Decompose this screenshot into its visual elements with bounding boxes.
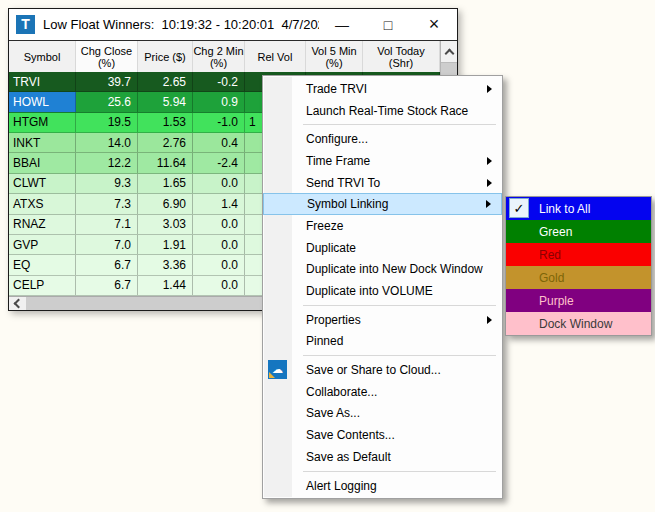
cell-symbol[interactable]: BBAI [9, 153, 76, 172]
close-button[interactable]: × [411, 10, 457, 40]
cell-chg-close[interactable]: 6.7 [76, 255, 138, 274]
cell-price[interactable]: 1.44 [138, 276, 193, 295]
col-header-price[interactable]: Price ($) [138, 41, 193, 72]
submenu-arrow-icon [487, 157, 492, 165]
cell-price[interactable]: 1.53 [138, 113, 193, 132]
cell-chg-close[interactable]: 6.7 [76, 276, 138, 295]
submenu-item-dock-window[interactable]: Dock Window [506, 312, 651, 335]
menu-item-duplicate-volume[interactable]: Duplicate into VOLUME [263, 280, 502, 302]
symbol-linking-submenu: ✓ Link to All Green Red Gold Purple Dock… [505, 196, 652, 336]
cell-chg-2min[interactable]: 0.0 [193, 276, 245, 295]
cell-price[interactable]: 1.65 [138, 174, 193, 193]
context-menu: Trade TRVI Launch Real-Time Stock Race C… [262, 75, 503, 499]
menu-item-alert-logging[interactable]: Alert Logging [263, 475, 502, 497]
app-logo-icon: T [16, 15, 35, 34]
menu-item-save-as-default[interactable]: Save as Default [263, 446, 502, 468]
cell-chg-2min[interactable]: 0.4 [193, 133, 245, 152]
submenu-arrow-icon [487, 316, 492, 324]
cell-chg-close[interactable]: 9.3 [76, 174, 138, 193]
chevron-up-icon [444, 48, 454, 58]
scroll-up-button[interactable] [441, 41, 457, 63]
menu-item-send-trvi-to[interactable]: Send TRVI To [263, 172, 502, 194]
submenu-arrow-icon [487, 85, 492, 93]
col-header-chg-2min[interactable]: Chg 2 Min(%) [193, 41, 245, 72]
menu-separator [303, 355, 496, 356]
cell-chg-close[interactable]: 14.0 [76, 133, 138, 152]
cell-chg-close[interactable]: 7.3 [76, 194, 138, 213]
cell-chg-2min[interactable]: -2.4 [193, 153, 245, 172]
cell-symbol[interactable]: HTGM [9, 113, 76, 132]
window-controls: — □ × [319, 10, 457, 40]
col-header-chg-close[interactable]: Chg Close(%) [76, 41, 138, 72]
menu-item-duplicate-new-dock[interactable]: Duplicate into New Dock Window [263, 259, 502, 281]
cell-chg-close[interactable]: 39.7 [76, 72, 138, 91]
cell-chg-close[interactable]: 25.6 [76, 92, 138, 111]
col-header-vol-today[interactable]: Vol Today(Shr) [363, 41, 440, 72]
cell-symbol[interactable]: INKT [9, 133, 76, 152]
menu-item-duplicate[interactable]: Duplicate [263, 237, 502, 259]
cell-chg-2min[interactable]: -1.0 [193, 113, 245, 132]
col-header-rel-vol[interactable]: Rel Vol [245, 41, 306, 72]
table-header: Symbol Chg Close(%) Price ($) Chg 2 Min(… [9, 41, 440, 72]
cell-price[interactable]: 1.91 [138, 235, 193, 254]
cloud-icon: ☁ [268, 360, 287, 379]
cell-chg-2min[interactable]: 0.0 [193, 174, 245, 193]
cell-symbol[interactable]: HOWL [9, 92, 76, 111]
cell-price[interactable]: 6.90 [138, 194, 193, 213]
cell-price[interactable]: 2.65 [138, 72, 193, 91]
cell-chg-2min[interactable]: 0.0 [193, 215, 245, 234]
cell-chg-close[interactable]: 19.5 [76, 113, 138, 132]
menu-item-trade-trvi[interactable]: Trade TRVI [263, 78, 502, 100]
chevron-left-icon [14, 299, 24, 309]
menu-separator [303, 124, 496, 125]
cell-price[interactable]: 11.64 [138, 153, 193, 172]
cell-price[interactable]: 3.36 [138, 255, 193, 274]
cell-symbol[interactable]: EQ [9, 255, 76, 274]
submenu-item-green[interactable]: Green [506, 220, 651, 243]
menu-item-time-frame[interactable]: Time Frame [263, 150, 502, 172]
cell-symbol[interactable]: TRVI [9, 72, 76, 91]
submenu-item-red[interactable]: Red [506, 243, 651, 266]
menu-item-freeze[interactable]: Freeze [263, 215, 502, 237]
cell-chg-2min[interactable]: -0.2 [193, 72, 245, 91]
maximize-button[interactable]: □ [365, 10, 411, 40]
cell-symbol[interactable]: RNAZ [9, 215, 76, 234]
menu-item-collaborate[interactable]: Collaborate... [263, 381, 502, 403]
cell-symbol[interactable]: CELP [9, 276, 76, 295]
minimize-button[interactable]: — [319, 10, 365, 40]
menu-item-launch-stock-race[interactable]: Launch Real-Time Stock Race [263, 100, 502, 122]
cell-chg-close[interactable]: 7.1 [76, 215, 138, 234]
menu-item-symbol-linking[interactable]: Symbol Linking [263, 193, 502, 215]
menu-item-save-share-cloud[interactable]: ☁ Save or Share to Cloud... [263, 359, 502, 381]
cell-chg-2min[interactable]: 0.0 [193, 255, 245, 274]
submenu-item-link-to-all[interactable]: ✓ Link to All [506, 197, 651, 220]
menu-item-save-contents[interactable]: Save Contents... [263, 424, 502, 446]
menu-separator [303, 471, 496, 472]
menu-item-properties[interactable]: Properties [263, 309, 502, 331]
cell-chg-2min[interactable]: 1.4 [193, 194, 245, 213]
col-header-symbol[interactable]: Symbol [9, 41, 76, 72]
window-title: Low Float Winners: 10:19:32 - 10:20:01 4… [43, 17, 319, 32]
scroll-left-button[interactable] [9, 297, 26, 310]
cell-symbol[interactable]: CLWT [9, 174, 76, 193]
cell-price[interactable]: 3.03 [138, 215, 193, 234]
cell-price[interactable]: 5.94 [138, 92, 193, 111]
col-header-vol-5min[interactable]: Vol 5 Min(%) [306, 41, 363, 72]
menu-item-pinned[interactable]: Pinned [263, 331, 502, 353]
cell-chg-2min[interactable]: 0.9 [193, 92, 245, 111]
title-bar[interactable]: T Low Float Winners: 10:19:32 - 10:20:01… [9, 9, 457, 41]
cell-price[interactable]: 2.76 [138, 133, 193, 152]
checkmark-icon: ✓ [509, 198, 529, 218]
cell-chg-close[interactable]: 12.2 [76, 153, 138, 172]
cell-symbol[interactable]: GVP [9, 235, 76, 254]
menu-separator [303, 305, 496, 306]
cell-chg-close[interactable]: 7.0 [76, 235, 138, 254]
cell-chg-2min[interactable]: 0.0 [193, 235, 245, 254]
menu-item-configure[interactable]: Configure... [263, 128, 502, 150]
cell-symbol[interactable]: ATXS [9, 194, 76, 213]
menu-item-save-as[interactable]: Save As... [263, 403, 502, 425]
submenu-arrow-icon [486, 200, 491, 208]
submenu-arrow-icon [487, 179, 492, 187]
submenu-item-gold[interactable]: Gold [506, 266, 651, 289]
submenu-item-purple[interactable]: Purple [506, 289, 651, 312]
